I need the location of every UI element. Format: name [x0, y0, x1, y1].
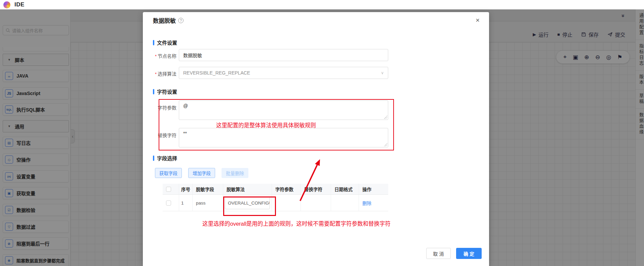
- table-header-row: 序号 脱敏字段 脱敏算法 字符参数 替换字符 日期格式 操作: [163, 184, 388, 195]
- replace-char-value: **: [183, 131, 187, 136]
- annotation-overall-note: 这里选择的overall是用的上面的规则，这时候不需要配置字符参数和替换字符: [202, 219, 391, 227]
- section-title: 字段选择: [157, 154, 177, 162]
- dialog-title: 数据脱敏 ?: [153, 16, 184, 25]
- col-mask-algorithm: 脱敏算法: [223, 184, 272, 194]
- replace-char-label: 替换字符: [150, 132, 176, 138]
- select-all-checkbox[interactable]: [166, 187, 171, 192]
- section-bar: [153, 89, 154, 94]
- algorithm-value: REVERSIBLE_REG_REPLACE: [183, 70, 250, 76]
- cell-date-format: [331, 195, 359, 211]
- cell-char-param: [272, 195, 301, 211]
- char-param-textarea[interactable]: @: [179, 100, 388, 120]
- add-field-button[interactable]: 增加字段: [188, 168, 215, 178]
- col-char-param: 字符参数: [272, 184, 301, 194]
- app-title: IDE: [14, 1, 25, 8]
- col-date-format: 日期格式: [331, 184, 359, 194]
- batch-delete-button[interactable]: 批量删除: [222, 168, 248, 178]
- section-field-select: 字段选择: [153, 154, 177, 162]
- algorithm-label: *选择算法: [150, 70, 176, 77]
- node-name-label: *节点名称: [150, 52, 176, 59]
- node-name-value: 数据脱敏: [183, 52, 202, 58]
- delete-row-link[interactable]: 删除: [362, 200, 371, 206]
- row-algorithm-select[interactable]: OVERALL_CONFIGURAT: [225, 196, 270, 209]
- row-checkbox[interactable]: [166, 201, 171, 206]
- required-asterisk: *: [155, 54, 157, 59]
- col-index: 序号: [179, 184, 193, 194]
- char-param-value: @: [183, 103, 188, 108]
- app-root: IDE DI * 转换 × 请输入组件名称 ▼ 脚本 ☕ JAVA JS Jav…: [0, 0, 644, 266]
- required-asterisk: *: [155, 72, 157, 77]
- section-bar: [153, 40, 154, 45]
- col-replace-char: 替换字符: [301, 184, 331, 194]
- help-icon[interactable]: ?: [178, 18, 184, 23]
- app-logo-icon: [3, 1, 10, 8]
- data-masking-dialog: 数据脱敏 ? × 文件设置 *节点名称 数据脱敏 *选择算法 REVERSIBL…: [143, 12, 489, 266]
- get-fields-button[interactable]: 获取字段: [155, 168, 182, 178]
- cancel-button[interactable]: 取 消: [426, 248, 451, 259]
- row-algorithm-value: OVERALL_CONFIGURAT: [228, 201, 270, 206]
- field-buttons-row: 获取字段 增加字段 批量删除: [155, 168, 248, 178]
- node-name-input[interactable]: 数据脱敏: [179, 49, 388, 61]
- replace-char-textarea[interactable]: **: [179, 128, 388, 147]
- col-mask-field: 脱敏字段: [193, 184, 223, 194]
- cell-mask-field: pass: [193, 195, 223, 211]
- section-title: 文件设置: [157, 39, 177, 46]
- section-title: 字符设置: [157, 88, 177, 95]
- section-bar: [153, 156, 154, 161]
- row-checkbox-cell: [163, 195, 179, 211]
- close-icon[interactable]: ×: [476, 17, 480, 24]
- dialog-title-text: 数据脱敏: [153, 16, 176, 25]
- col-action: 操作: [359, 184, 388, 194]
- header-checkbox-cell: [163, 184, 179, 194]
- cell-mask-algorithm: OVERALL_CONFIGURAT: [223, 195, 272, 211]
- table-row: 1 pass OVERALL_CONFIGURAT 删除: [163, 195, 388, 211]
- char-param-label: 字符参数: [150, 104, 176, 111]
- annotation-char-rule: 这里配置的是整体算法使用具体脱敏规则: [216, 121, 316, 129]
- fields-table: 序号 脱敏字段 脱敏算法 字符参数 替换字符 日期格式 操作 1 pass OV…: [163, 184, 388, 211]
- cell-action: 删除: [359, 195, 388, 211]
- resize-handle[interactable]: [384, 116, 387, 119]
- algorithm-select[interactable]: REVERSIBLE_REG_REPLACE ∨: [179, 67, 388, 79]
- cell-replace-char: [301, 195, 331, 211]
- ok-button[interactable]: 确 定: [456, 248, 482, 259]
- section-char-settings: 字符设置: [153, 88, 177, 95]
- chevron-down-icon: ∨: [381, 71, 384, 75]
- resize-handle[interactable]: [384, 143, 387, 146]
- app-header: IDE: [0, 0, 644, 9]
- section-file-settings: 文件设置: [153, 39, 177, 46]
- cell-index: 1: [179, 195, 193, 211]
